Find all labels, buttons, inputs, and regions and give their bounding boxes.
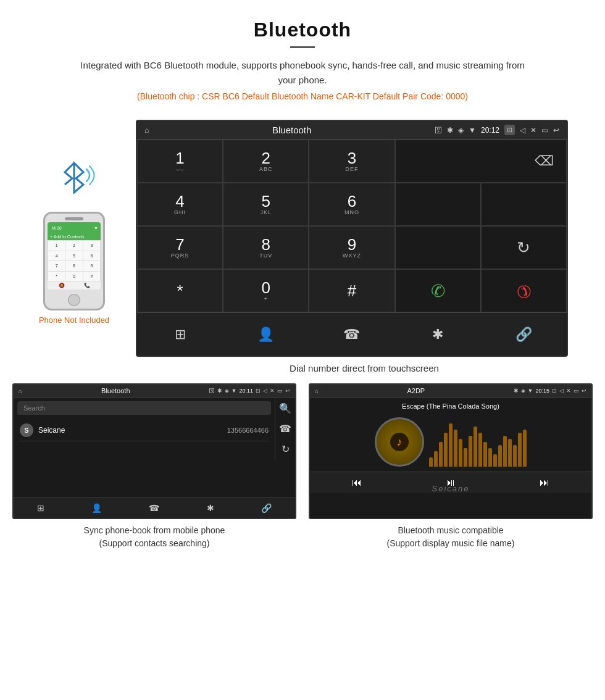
- usb-icon: ⚿: [435, 126, 442, 135]
- pb-win-icon: ▭: [277, 388, 283, 394]
- viz-bar: [469, 436, 472, 467]
- search-bar[interactable]: Search: [17, 401, 271, 415]
- dialpad-container: 1⌣⌣ 2ABC 3DEF ⌫ 4GHI 5JKL: [137, 140, 567, 356]
- prev-button[interactable]: ⏮: [352, 477, 362, 488]
- phonebook-screen: ⌂ Bluetooth ⚿ ✱ ◈ ▼ 20:11 ⊡ ◁ ✕ ▭ ↩ Sear…: [12, 383, 296, 519]
- music-content: Escape (The Pina Colada Song) ♪: [310, 398, 591, 472]
- album-art: ♪: [375, 417, 424, 467]
- viz-bar: [498, 445, 502, 467]
- ms-home-icon[interactable]: ⌂: [315, 388, 319, 394]
- pb-home-icon[interactable]: ⌂: [19, 388, 22, 394]
- phonebook-layout: Search S Seicane 13566664466 🔍 ☎ ↻: [14, 398, 295, 460]
- pb-nav-link[interactable]: 🔗: [261, 503, 272, 513]
- window-icon[interactable]: ▭: [541, 126, 548, 135]
- ms-back-icon: ↩: [582, 388, 586, 394]
- pb-wifi-icon: ▼: [232, 388, 237, 394]
- music-player-nav: ⏮ ⏯ ⏭: [310, 472, 591, 493]
- close-icon[interactable]: ✕: [530, 126, 536, 135]
- ms-wifi-icon: ▼: [528, 388, 533, 394]
- dial-key-9[interactable]: 9WXYZ: [309, 226, 394, 269]
- next-button[interactable]: ⏭: [540, 477, 549, 488]
- side-call-icon[interactable]: ☎: [279, 423, 291, 435]
- pb-nav: ⊞ 👤 ☎ ✱ 🔗: [14, 498, 295, 518]
- dial-key-8[interactable]: 8TUV: [223, 226, 309, 269]
- dial-empty-2: [481, 183, 567, 226]
- phonebook-list: Search S Seicane 13566664466: [14, 398, 275, 460]
- music-visualizer: [429, 417, 527, 467]
- pb-nav-phone[interactable]: ☎: [149, 503, 159, 513]
- ms-loc-icon: ◈: [521, 388, 525, 394]
- music-main-area: ♪: [375, 417, 527, 467]
- dial-key-4[interactable]: 4GHI: [137, 183, 223, 226]
- title-divider: [290, 46, 315, 48]
- side-search-icon[interactable]: 🔍: [279, 402, 291, 414]
- song-title: Escape (The Pina Colada Song): [402, 402, 499, 410]
- music-screenshot-block: ⌂ A2DP ✱ ◈ ▼ 20:15 ⊡ ◁ ✕ ▭ ↩ Escape (The…: [309, 383, 593, 555]
- nav-phone-icon[interactable]: ☎: [309, 320, 394, 348]
- camera-icon[interactable]: ⊡: [504, 125, 515, 135]
- pb-usb-icon: ⚿: [209, 388, 215, 394]
- volume-icon[interactable]: ◁: [520, 126, 525, 135]
- car-screen-wrapper: ⌂ Bluetooth ⚿ ✱ ◈ ▼ 20:12 ⊡ ◁ ✕ ▭ ↩ 1⌣⌣: [136, 120, 593, 383]
- viz-bar: [429, 457, 433, 467]
- phone-aside: M:20 ▼ + Add to Contacts 123 456 789 *0#…: [12, 120, 136, 325]
- car-screen-caption: Dial number direct from touchscreen: [136, 357, 593, 383]
- phone-screen-bar: M:20 ▼: [48, 222, 101, 233]
- ms-win-icon: ▭: [574, 388, 579, 394]
- ms-cam-icon: ⊡: [552, 388, 557, 394]
- phone-home-button: [68, 294, 80, 306]
- phone-not-included-label: Phone Not Included: [39, 315, 109, 325]
- redial-button[interactable]: ↻: [481, 226, 567, 269]
- pb-bottom-nav: ⊞ 👤 ☎ ✱ 🔗: [14, 498, 295, 518]
- dial-key-3[interactable]: 3DEF: [309, 140, 394, 183]
- car-statusbar: ⌂ Bluetooth ⚿ ✱ ◈ ▼ 20:12 ⊡ ◁ ✕ ▭ ↩: [137, 121, 567, 140]
- dial-key-0[interactable]: 0+: [223, 269, 309, 312]
- end-call-button[interactable]: ✆: [481, 269, 567, 312]
- phonebook-screenshot-block: ⌂ Bluetooth ⚿ ✱ ◈ ▼ 20:11 ⊡ ◁ ✕ ▭ ↩ Sear…: [12, 383, 296, 555]
- music-statusbar: ⌂ A2DP ✱ ◈ ▼ 20:15 ⊡ ◁ ✕ ▭ ↩: [310, 385, 591, 398]
- nav-person-icon[interactable]: 👤: [223, 320, 309, 348]
- contact-name: Seicane: [38, 426, 222, 435]
- play-pause-button[interactable]: ⏯: [446, 477, 456, 488]
- music-caption: Bluetooth music compatible (Support disp…: [309, 519, 593, 555]
- phonebook-title: Bluetooth: [25, 387, 207, 394]
- viz-bar: [439, 442, 443, 467]
- status-time: 20:12: [481, 126, 499, 135]
- viz-bar: [493, 454, 497, 467]
- nav-link-icon[interactable]: 🔗: [481, 320, 567, 348]
- location-icon: ◈: [458, 126, 464, 135]
- backspace-icon[interactable]: ⌫: [535, 153, 554, 169]
- dial-key-5[interactable]: 5JKL: [223, 183, 309, 226]
- search-placeholder: Search: [23, 404, 45, 412]
- back-icon[interactable]: ↩: [553, 126, 559, 135]
- dial-key-7[interactable]: 7PQRS: [137, 226, 223, 269]
- pb-caption-1: Sync phone-book from mobile phone: [84, 525, 225, 535]
- dial-empty-3: [395, 226, 481, 269]
- viz-bar: [503, 436, 507, 467]
- nav-bluetooth-icon[interactable]: ✱: [395, 320, 481, 348]
- viz-bar: [488, 448, 492, 467]
- phonebook-caption: Sync phone-book from mobile phone (Suppo…: [12, 519, 296, 555]
- dial-key-2[interactable]: 2ABC: [223, 140, 309, 183]
- pb-nav-bt[interactable]: ✱: [207, 503, 214, 513]
- wifi-icon: ▼: [469, 126, 476, 135]
- contact-row[interactable]: S Seicane 13566664466: [17, 420, 271, 441]
- phone-speaker: [65, 217, 83, 220]
- call-button[interactable]: ✆: [395, 269, 481, 312]
- dial-key-hash[interactable]: #: [309, 269, 394, 312]
- pb-time: 20:11: [239, 388, 253, 394]
- home-icon[interactable]: ⌂: [144, 126, 149, 135]
- dial-key-1[interactable]: 1⌣⌣: [137, 140, 223, 183]
- bottom-screenshots: ⌂ Bluetooth ⚿ ✱ ◈ ▼ 20:11 ⊡ ◁ ✕ ▭ ↩ Sear…: [0, 383, 605, 567]
- pb-nav-grid[interactable]: ⊞: [37, 503, 44, 513]
- viz-bar: [464, 448, 467, 467]
- side-refresh-icon[interactable]: ↻: [282, 443, 290, 455]
- dial-empty-1: [395, 183, 481, 226]
- dial-key-6[interactable]: 6MNO: [309, 183, 394, 226]
- dial-key-star[interactable]: *: [137, 269, 223, 312]
- pb-nav-person[interactable]: 👤: [91, 503, 102, 513]
- pb-cam-icon: ⊡: [256, 388, 261, 394]
- viz-bar: [449, 423, 453, 467]
- page-header: Bluetooth Integrated with BC6 Bluetooth …: [0, 0, 605, 120]
- nav-grid-icon[interactable]: ⊞: [137, 320, 223, 348]
